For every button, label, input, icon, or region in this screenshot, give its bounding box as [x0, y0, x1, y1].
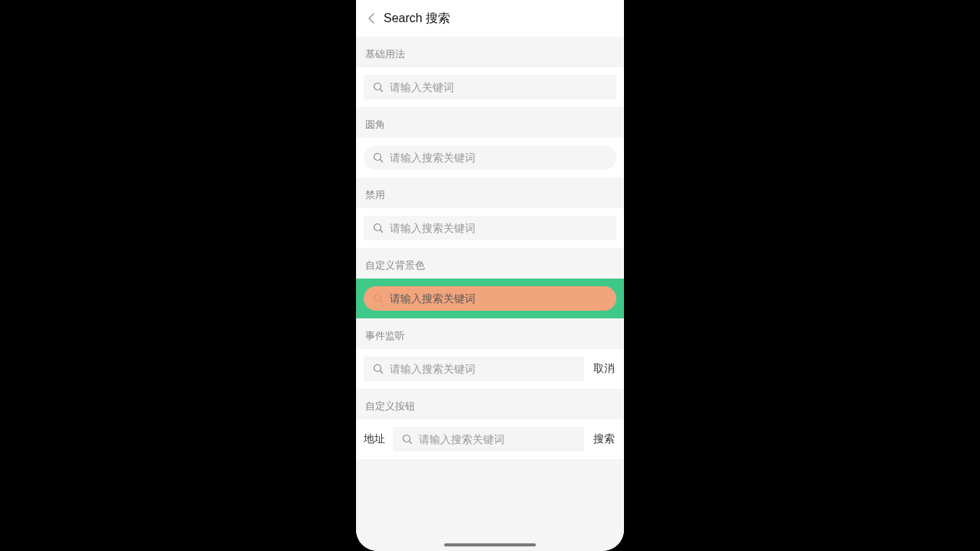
mobile-device-frame: Search 搜索 基础用法 圆角: [356, 0, 624, 551]
search-custom-btn: 地址 搜索: [356, 419, 624, 459]
svg-line-1: [381, 90, 383, 92]
section-label-custom-bg: 自定义背景色: [356, 248, 624, 279]
section-label-events: 事件监听: [356, 318, 624, 349]
svg-line-9: [381, 371, 383, 373]
section-label-custom-btn: 自定义按钮: [356, 389, 624, 419]
section-label-basic: 基础用法: [356, 37, 624, 67]
search-input: [390, 222, 607, 234]
search-input[interactable]: [390, 292, 607, 305]
search-field[interactable]: [364, 357, 584, 381]
search-disabled: [356, 208, 624, 248]
svg-line-5: [381, 230, 383, 233]
search-basic: [356, 67, 624, 107]
search-prefix-label: 地址: [364, 432, 385, 446]
cancel-button[interactable]: 取消: [592, 359, 616, 379]
search-icon: [373, 223, 384, 233]
search-rounded: [356, 138, 624, 178]
section-label-rounded: 圆角: [356, 107, 624, 138]
svg-line-3: [381, 160, 383, 162]
search-field[interactable]: [364, 75, 616, 99]
search-custom-bg: [356, 279, 624, 318]
page-title: Search 搜索: [384, 11, 450, 27]
search-input[interactable]: [390, 81, 607, 93]
search-icon: [373, 364, 384, 374]
search-input[interactable]: [419, 433, 575, 445]
svg-line-7: [381, 301, 383, 303]
search-icon: [373, 293, 384, 304]
search-events: 取消: [356, 349, 624, 389]
navigation-bar: Search 搜索: [356, 0, 624, 37]
back-icon[interactable]: [365, 12, 377, 24]
search-field[interactable]: [393, 427, 584, 452]
home-indicator[interactable]: [444, 543, 536, 546]
svg-line-11: [410, 442, 412, 444]
search-icon: [373, 82, 384, 93]
content-area: 基础用法 圆角: [356, 37, 624, 551]
search-icon: [373, 152, 384, 163]
search-field: [364, 216, 616, 240]
search-icon: [402, 434, 413, 445]
search-field[interactable]: [364, 286, 616, 311]
search-input[interactable]: [390, 152, 607, 164]
section-label-disabled: 禁用: [356, 178, 624, 208]
search-button[interactable]: 搜索: [592, 429, 616, 449]
search-input[interactable]: [390, 363, 575, 375]
search-field[interactable]: [364, 145, 616, 170]
